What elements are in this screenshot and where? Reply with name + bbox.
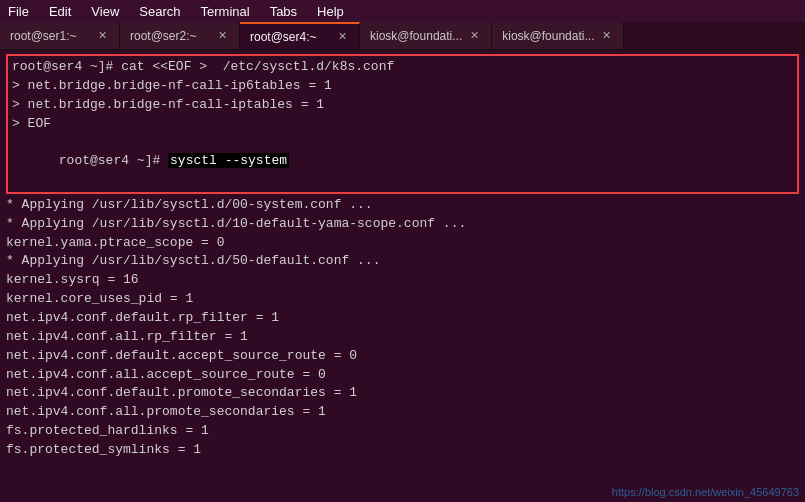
cmd-line-4: > EOF (12, 115, 793, 134)
menu-edit[interactable]: Edit (45, 2, 75, 21)
output-line-5: kernel.core_uses_pid = 1 (6, 290, 799, 309)
menu-terminal[interactable]: Terminal (197, 2, 254, 21)
menu-help[interactable]: Help (313, 2, 348, 21)
output-line-9: net.ipv4.conf.all.accept_source_route = … (6, 366, 799, 385)
tab-ser4-close[interactable]: ✕ (336, 29, 349, 44)
menubar: File Edit View Search Terminal Tabs Help (0, 0, 805, 22)
tab-ser1-label: root@ser1:~ (10, 29, 77, 43)
menu-view[interactable]: View (87, 2, 123, 21)
tab-ser4-label: root@ser4:~ (250, 30, 317, 44)
output-line-11: net.ipv4.conf.all.promote_secondaries = … (6, 403, 799, 422)
cmd-sysctl: sysctl --system (168, 153, 289, 168)
command-block: root@ser4 ~]# cat <<EOF > /etc/sysctl.d/… (6, 54, 799, 194)
cmd-line-2: > net.bridge.bridge-nf-call-ip6tables = … (12, 77, 793, 96)
tab-ser1-close[interactable]: ✕ (96, 28, 109, 43)
tabbar: root@ser1:~ ✕ root@ser2:~ ✕ root@ser4:~ … (0, 22, 805, 50)
cmd-line-1: root@ser4 ~]# cat <<EOF > /etc/sysctl.d/… (12, 58, 793, 77)
cmd-line-3: > net.bridge.bridge-nf-call-iptables = 1 (12, 96, 793, 115)
cmd-line-5: root@ser4 ~]# sysctl --system (12, 133, 793, 190)
output-line-3: * Applying /usr/lib/sysctl.d/50-default.… (6, 252, 799, 271)
tab-ser1[interactable]: root@ser1:~ ✕ (0, 22, 120, 49)
terminal-output: * Applying /usr/lib/sysctl.d/00-system.c… (6, 196, 799, 460)
tab-ser4[interactable]: root@ser4:~ ✕ (240, 22, 360, 49)
terminal-area[interactable]: root@ser4 ~]# cat <<EOF > /etc/sysctl.d/… (0, 50, 805, 502)
output-line-1: * Applying /usr/lib/sysctl.d/10-default-… (6, 215, 799, 234)
output-line-2: kernel.yama.ptrace_scope = 0 (6, 234, 799, 253)
output-line-10: net.ipv4.conf.default.promote_secondarie… (6, 384, 799, 403)
tab-kiosk2-close[interactable]: ✕ (600, 28, 613, 43)
output-line-0: * Applying /usr/lib/sysctl.d/00-system.c… (6, 196, 799, 215)
tab-kiosk1-label: kiosk@foundati... (370, 29, 462, 43)
tab-ser2-close[interactable]: ✕ (216, 28, 229, 43)
output-line-8: net.ipv4.conf.default.accept_source_rout… (6, 347, 799, 366)
tab-kiosk1[interactable]: kiosk@foundati... ✕ (360, 22, 492, 49)
menu-search[interactable]: Search (135, 2, 184, 21)
menu-tabs[interactable]: Tabs (266, 2, 301, 21)
output-line-13: fs.protected_symlinks = 1 (6, 441, 799, 460)
tab-ser2-label: root@ser2:~ (130, 29, 197, 43)
tab-kiosk2[interactable]: kiosk@foundati... ✕ (492, 22, 624, 49)
output-line-12: fs.protected_hardlinks = 1 (6, 422, 799, 441)
tab-ser2[interactable]: root@ser2:~ ✕ (120, 22, 240, 49)
cmd-prompt-5: root@ser4 ~]# (59, 153, 168, 168)
watermark: https://blog.csdn.net/weixin_45649763 (612, 486, 799, 498)
tab-kiosk1-close[interactable]: ✕ (468, 28, 481, 43)
output-line-7: net.ipv4.conf.all.rp_filter = 1 (6, 328, 799, 347)
menu-file[interactable]: File (4, 2, 33, 21)
tab-kiosk2-label: kiosk@foundati... (502, 29, 594, 43)
output-line-6: net.ipv4.conf.default.rp_filter = 1 (6, 309, 799, 328)
output-line-4: kernel.sysrq = 16 (6, 271, 799, 290)
